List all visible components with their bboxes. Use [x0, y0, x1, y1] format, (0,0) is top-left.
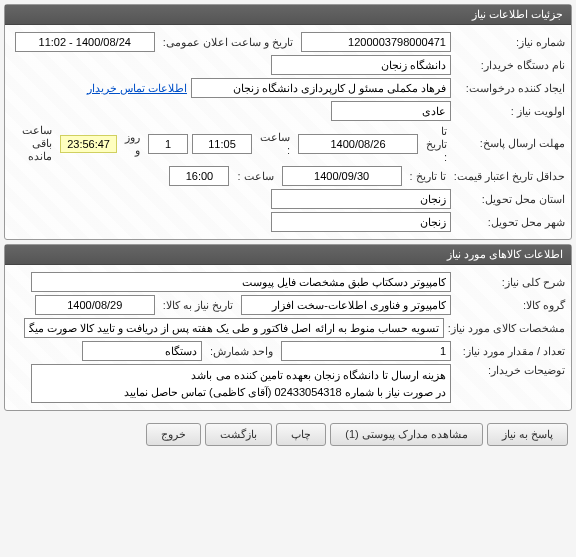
announce-input[interactable]	[15, 32, 155, 52]
desc-input[interactable]	[31, 272, 451, 292]
footer-toolbar: پاسخ به نیاز مشاهده مدارک پیوستی (1) چاپ…	[0, 415, 576, 454]
row-group: گروه کالا: تاریخ نیاز به کالا:	[11, 295, 565, 315]
unit-label: واحد شمارش:	[206, 345, 277, 358]
spec-input[interactable]	[24, 318, 444, 338]
days-input[interactable]	[148, 134, 188, 154]
notes-input[interactable]	[31, 364, 451, 403]
buyer-label: نام دستگاه خریدار:	[455, 59, 565, 72]
buyer-contact-link[interactable]: اطلاعات تماس خریدار	[87, 82, 187, 95]
price-valid-label: حداقل تاریخ اعتبار قیمت:	[454, 170, 565, 183]
row-city: شهر محل تحویل:	[11, 212, 565, 232]
announce-label: تاریخ و ساعت اعلان عمومی:	[159, 36, 297, 49]
unit-input[interactable]	[82, 341, 202, 361]
desc-label: شرح کلی نیاز:	[455, 276, 565, 289]
reply-button[interactable]: پاسخ به نیاز	[487, 423, 568, 446]
buyer-input[interactable]	[271, 55, 451, 75]
row-buyer: نام دستگاه خریدار:	[11, 55, 565, 75]
need-date-label: تاریخ نیاز به کالا:	[159, 299, 237, 312]
need-no-label: شماره نیاز:	[455, 36, 565, 49]
print-button[interactable]: چاپ	[276, 423, 326, 446]
price-time-label: ساعت :	[233, 170, 277, 183]
panel2-body: شرح کلی نیاز: گروه کالا: تاریخ نیاز به ک…	[5, 265, 571, 410]
qty-input[interactable]	[281, 341, 451, 361]
need-no-input[interactable]	[301, 32, 451, 52]
price-date-input[interactable]	[282, 166, 402, 186]
row-notes: توضیحات خریدار:	[11, 364, 565, 403]
reply-time-input[interactable]	[192, 134, 252, 154]
view-attachments-button[interactable]: مشاهده مدارک پیوستی (1)	[330, 423, 483, 446]
reply-date-input[interactable]	[298, 134, 418, 154]
row-reply-deadline: مهلت ارسال پاسخ: تا تاریخ : ساعت : روز و…	[11, 124, 565, 163]
group-label: گروه کالا:	[455, 299, 565, 312]
exit-button[interactable]: خروج	[146, 423, 201, 446]
reply-time-label: ساعت :	[256, 131, 294, 156]
row-creator: ایجاد کننده درخواست: اطلاعات تماس خریدار	[11, 78, 565, 98]
need-date-input[interactable]	[35, 295, 155, 315]
row-price-valid: حداقل تاریخ اعتبار قیمت: تا تاریخ : ساعت…	[11, 166, 565, 186]
province-label: استان محل تحویل:	[455, 193, 565, 206]
row-need-no: شماره نیاز: تاریخ و ساعت اعلان عمومی:	[11, 32, 565, 52]
reply-deadline-label: مهلت ارسال پاسخ:	[455, 137, 565, 150]
qty-label: تعداد / مقدار مورد نیاز:	[455, 345, 565, 358]
notes-label: توضیحات خریدار:	[455, 364, 565, 377]
city-label: شهر محل تحویل:	[455, 216, 565, 229]
countdown-box: 23:56:47	[60, 135, 117, 153]
panel1-body: شماره نیاز: تاریخ و ساعت اعلان عمومی: نا…	[5, 25, 571, 239]
priority-label: اولویت نیاز :	[455, 105, 565, 118]
group-input[interactable]	[241, 295, 451, 315]
row-desc: شرح کلی نیاز:	[11, 272, 565, 292]
city-input[interactable]	[271, 212, 451, 232]
back-button[interactable]: بازگشت	[205, 423, 272, 446]
remain-label: ساعت باقی مانده	[11, 124, 56, 163]
row-spec: مشخصات کالای مورد نیاز:	[11, 318, 565, 338]
price-time-input[interactable]	[169, 166, 229, 186]
priority-input[interactable]	[331, 101, 451, 121]
panel1-header: جزئیات اطلاعات نیاز	[5, 5, 571, 25]
days-label: روز و	[121, 131, 144, 157]
to-date-label: تا تاریخ :	[422, 125, 451, 163]
row-province: استان محل تحویل:	[11, 189, 565, 209]
goods-info-panel: اطلاعات کالاهای مورد نیاز شرح کلی نیاز: …	[4, 244, 572, 411]
row-qty: تعداد / مقدار مورد نیاز: واحد شمارش:	[11, 341, 565, 361]
creator-label: ایجاد کننده درخواست:	[455, 82, 565, 95]
panel2-header: اطلاعات کالاهای مورد نیاز	[5, 245, 571, 265]
creator-input[interactable]	[191, 78, 451, 98]
row-priority: اولویت نیاز :	[11, 101, 565, 121]
province-input[interactable]	[271, 189, 451, 209]
spec-label: مشخصات کالای مورد نیاز:	[448, 322, 565, 335]
price-to-date-label: تا تاریخ :	[406, 170, 450, 183]
need-details-panel: جزئیات اطلاعات نیاز شماره نیاز: تاریخ و …	[4, 4, 572, 240]
